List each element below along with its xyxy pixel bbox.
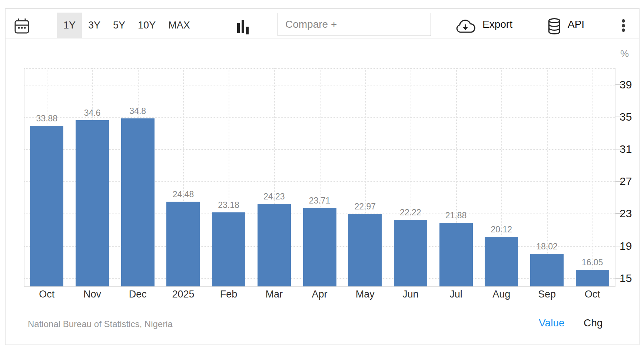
y-axis-tick-label: 19 xyxy=(620,240,632,252)
value-toggle[interactable]: Value xyxy=(539,317,565,329)
y-axis-line-left xyxy=(24,68,24,287)
y-axis-tick-label: 15 xyxy=(620,272,632,285)
cloud-download-icon xyxy=(455,29,475,35)
x-gridline xyxy=(592,68,593,287)
y-axis-tick-label: 23 xyxy=(620,207,632,220)
api-label[interactable]: API xyxy=(568,18,584,31)
calendar-button[interactable] xyxy=(14,18,30,35)
chg-toggle[interactable]: Chg xyxy=(584,317,602,329)
chart-bar[interactable] xyxy=(530,254,564,287)
x-axis-label: May xyxy=(339,289,391,300)
range-button-max[interactable]: MAX xyxy=(162,13,196,38)
api-button[interactable] xyxy=(548,18,561,36)
chart-bar[interactable] xyxy=(303,208,336,287)
y-axis-tick-label: 39 xyxy=(620,78,632,91)
range-button-3y[interactable]: 3Y xyxy=(82,13,107,38)
chart-bar[interactable] xyxy=(394,220,427,287)
x-axis-label: Mar xyxy=(248,289,300,300)
y-axis-line-right xyxy=(615,68,615,287)
x-axis-label: Jul xyxy=(430,289,482,300)
y-axis-tick-label: 31 xyxy=(620,143,632,155)
chart-type-button[interactable] xyxy=(236,19,249,37)
calendar-icon xyxy=(14,30,30,35)
bar-value-label: 23.18 xyxy=(203,200,255,210)
x-axis-label: Feb xyxy=(203,289,255,300)
bar-value-label: 20.12 xyxy=(475,225,527,235)
bar-value-label: 23.71 xyxy=(294,196,346,206)
x-axis-label: Apr xyxy=(294,289,346,300)
range-button-10y[interactable]: 10Y xyxy=(132,13,162,38)
y-axis-tick-label: 27 xyxy=(620,175,632,188)
chart-bar[interactable] xyxy=(166,202,200,287)
bar-value-label: 16.05 xyxy=(567,258,618,268)
x-axis-label: 2025 xyxy=(157,289,209,300)
chart-widget: 1Y3Y5Y10YMAX Export xyxy=(5,8,640,345)
bar-value-label: 24.48 xyxy=(157,189,209,199)
range-button-1y[interactable]: 1Y xyxy=(57,13,82,38)
bar-value-label: 24.23 xyxy=(248,192,300,202)
source-attribution: National Bureau of Statistics, Nigeria xyxy=(28,319,173,329)
chart-bar[interactable] xyxy=(485,237,518,287)
chart-bar[interactable] xyxy=(30,126,63,287)
y-axis-unit-label: % xyxy=(620,48,629,60)
compare-input[interactable] xyxy=(278,13,431,36)
bar-value-label: 22.22 xyxy=(385,208,436,218)
chart-bar[interactable] xyxy=(121,118,155,287)
time-range-selector: 1Y3Y5Y10YMAX xyxy=(57,13,196,38)
column-chart-icon xyxy=(236,31,249,37)
export-button[interactable] xyxy=(455,20,475,35)
bar-value-label: 34.6 xyxy=(66,108,118,118)
bar-value-label: 22.97 xyxy=(339,202,391,212)
chart-bar[interactable] xyxy=(212,212,245,287)
x-axis-label: Sep xyxy=(521,289,573,300)
chart-bar[interactable] xyxy=(348,214,382,287)
chart-toolbar: 1Y3Y5Y10YMAX Export xyxy=(6,9,639,38)
x-axis-label: Oct xyxy=(567,289,618,300)
kebab-menu-icon[interactable] xyxy=(622,19,625,33)
x-axis-label: Dec xyxy=(112,289,164,300)
bar-value-label: 34.8 xyxy=(112,106,164,116)
export-label[interactable]: Export xyxy=(482,18,512,31)
bar-value-label: 21.88 xyxy=(430,211,482,221)
x-axis-label: Jun xyxy=(385,289,436,300)
bar-value-label: 18.02 xyxy=(521,242,573,252)
bar-value-label: 33.88 xyxy=(21,114,73,124)
x-axis-line xyxy=(24,286,615,287)
database-icon xyxy=(548,30,561,36)
y-axis-tick-label: 35 xyxy=(620,111,632,123)
x-axis-label: Oct xyxy=(21,289,73,300)
x-axis-label: Nov xyxy=(66,289,118,300)
chart-bar[interactable] xyxy=(576,270,609,287)
chart-bar[interactable] xyxy=(258,204,291,287)
x-axis-label: Aug xyxy=(475,289,527,300)
chart-bar[interactable] xyxy=(76,120,109,287)
range-button-5y[interactable]: 5Y xyxy=(107,13,132,38)
chart-bar[interactable] xyxy=(439,223,473,287)
